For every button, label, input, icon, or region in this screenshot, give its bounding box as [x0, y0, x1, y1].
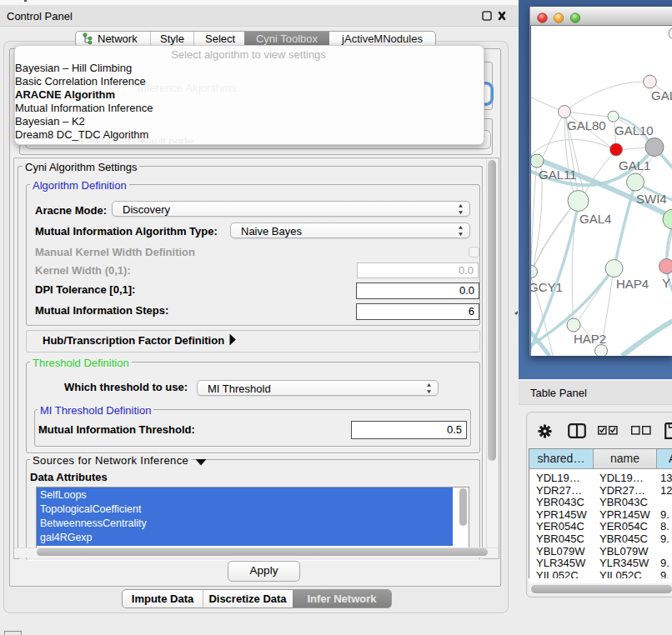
- svg-text:GAL4: GAL4: [579, 212, 611, 226]
- svg-text:SWI4: SWI4: [636, 192, 667, 206]
- svg-text:GAL10: GAL10: [614, 123, 654, 138]
- svg-text:Y: Y: [662, 276, 670, 290]
- svg-text:GAL80: GAL80: [567, 118, 606, 132]
- svg-text:GAL11: GAL11: [539, 168, 577, 182]
- svg-text:GCY1: GCY1: [531, 280, 563, 294]
- svg-text:HAP2: HAP2: [574, 332, 606, 346]
- svg-text:GAL2: GAL2: [651, 88, 672, 102]
- svg-text:HAP4: HAP4: [616, 277, 649, 291]
- svg-text:GAL1: GAL1: [619, 158, 650, 172]
